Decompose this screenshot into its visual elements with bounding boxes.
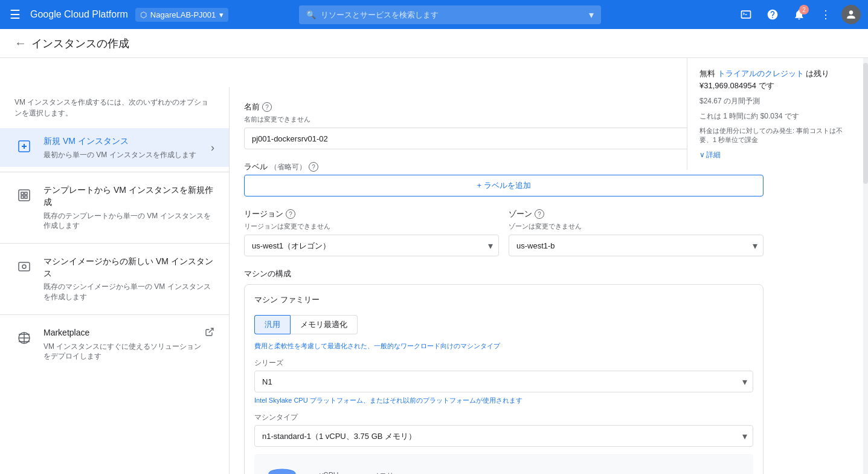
machine-type-select[interactable]: n1-standard-1（1 vCPU、3.75 GB メモリ） [254,425,753,447]
terminal-button[interactable] [735,4,757,25]
form-section: 名前 ? 名前は変更できません ラベル （省略可） ? + ラベルを追加 [244,102,764,474]
cost-hourly: これは 1 時間に約 $0.034 です [699,111,856,122]
memory-label: メモリ [367,471,398,475]
machine-family-description: 費用と柔軟性を考慮して最適化された、一般的なワークロード向けのマシンタイプ [254,342,753,351]
cost-free-trial-prefix: 無料 [699,69,715,78]
zone-select-wrapper: us-west1-b ▾ [509,235,764,256]
machine-type-label: マシンタイプ [254,412,753,423]
svg-point-9 [269,469,295,474]
search-dropdown-icon: ▾ [589,9,594,21]
region-help-icon[interactable]: ? [286,209,295,219]
page-title: インスタンスの作成 [31,36,129,51]
new-vm-icon [14,137,34,156]
sidebar-item-marketplace-content: Marketplace VM インスタンスにすぐに使えるソリューションをデプロイ… [43,327,205,362]
project-chevron-icon: ▾ [219,10,223,19]
cost-monthly: $24.67 の月間予測 [699,96,856,106]
machine-config-label: マシンの構成 [244,268,764,279]
zone-help-icon[interactable]: ? [535,209,544,219]
zone-select[interactable]: us-west1-b [509,235,764,256]
project-selector[interactable]: ⬡ NagareLAB-PJ001 ▾ [135,8,228,22]
template-vm-icon [14,186,34,205]
sidebar: VM インスタンスを作成するには、次のいずれかのオプションを選択します。 新規 … [0,87,230,474]
sidebar-item-new-vm-desc: 最初から単一の VM インスタンスを作成します [43,150,211,160]
region-select-wrapper: us-west1（オレゴン） ▾ [244,235,499,256]
name-input[interactable] [244,128,764,149]
breadcrumb: ← インスタンスの作成 [0,29,868,58]
sidebar-item-content: 新規 VM インスタンス 最初から単一の VM インスタンスを作成します [43,135,211,160]
sidebar-item-marketplace-title: Marketplace [43,327,205,339]
svg-rect-5 [25,196,27,198]
sidebar-item-template-vm[interactable]: テンプレートから VM インスタンスを新規作成 既存のテンプレートから単一の V… [0,177,229,238]
label-label: ラベル （省略可） ? [244,161,764,172]
add-label-button[interactable]: + ラベルを追加 [244,175,764,196]
sidebar-description: VM インスタンスを作成するには、次のいずれかのオプションを選択します。 [0,97,229,128]
machine-config-body: 汎用 メモリ最適化 費用と柔軟性を考慮して最適化された、一般的なワークロード向け… [245,315,763,474]
tab-general[interactable]: 汎用 [254,315,290,334]
zone-label: ゾーン ? [509,209,764,219]
series-select-wrapper: N1 ▾ [254,371,753,392]
cost-detail-link[interactable]: ∨ 詳細 [699,150,856,160]
sidebar-item-template-title: テンプレートから VM インスタンスを新規作成 [43,184,214,208]
name-help-icon[interactable]: ? [262,102,272,112]
sidebar-item-image-title: マシンイメージからの新しい VM インスタンス [43,256,214,279]
label-optional: （省略可） [270,162,306,172]
cost-panel: 無料 トライアルのクレジット は残り ¥31,969.084954 です $24… [687,58,868,170]
name-sublabel: 名前は変更できません [244,115,764,124]
project-icon: ⬡ [140,10,147,19]
top-navigation: ☰ Google Cloud Platform ⬡ NagareLAB-PJ00… [0,0,868,29]
sidebar-item-image-vm[interactable]: マシンイメージからの新しい VM インスタンス 既存のマシンイメージから単一の … [0,248,229,310]
label-help-icon[interactable]: ? [309,162,318,172]
search-bar[interactable]: 🔍 ▾ [299,5,601,24]
external-link-icon [205,327,214,339]
project-name: NagareLAB-PJ001 [150,10,216,19]
region-sublabel: リージョンは変更できません [244,222,499,231]
zone-sublabel: ゾーンは変更できません [509,222,764,231]
svg-rect-1 [19,190,30,201]
machine-family-label: マシン ファミリー [245,285,763,315]
marketplace-icon [14,328,34,348]
vcpu-memory-display: vCPU 1 メモリ 3.75 GB [254,454,753,474]
notification-badge: 2 [799,5,809,15]
avatar[interactable] [841,5,861,24]
sidebar-item-marketplace[interactable]: Marketplace VM インスタンスにすぐに使えるソリューションをデプロイ… [0,320,229,369]
search-icon: 🔍 [306,10,316,19]
cost-detail-label: 詳細 [706,150,721,160]
sidebar-item-new-vm[interactable]: 新規 VM インスタンス 最初から単一の VM インスタンスを作成します › [0,128,229,167]
region-select[interactable]: us-west1（オレゴン） [244,235,499,256]
vcpu-label: vCPU [320,471,338,475]
cost-free-trial: 無料 トライアルのクレジット は残り ¥31,969.084954 です [699,68,856,91]
tab-memory[interactable]: メモリ最適化 [290,315,358,334]
notifications-button[interactable]: 2 [788,4,810,25]
series-description: Intel Skylake CPU プラットフォーム、またはそれ以前のプラットフ… [254,396,753,405]
series-select[interactable]: N1 [254,371,753,392]
vcpu-metric: vCPU 1 [320,471,338,475]
sidebar-divider-1 [0,172,229,172]
sidebar-item-chevron-icon: › [211,141,214,154]
hamburger-menu[interactable]: ☰ [7,5,23,24]
sidebar-divider-2 [0,243,229,244]
sidebar-divider-3 [0,314,229,315]
back-button[interactable]: ← [14,36,27,50]
brand-name: Google Cloud Platform [30,9,128,20]
nav-icons: 2 ⋮ [735,4,861,25]
region-zone-row: リージョン ? リージョンは変更できません us-west1（オレゴン） ▾ ゾ… [244,209,764,268]
sidebar-item-marketplace-desc: VM インスタンスにすぐに使えるソリューションをデプロイします [43,342,205,362]
cost-free-trial-middle: トライアルのクレジット [718,69,804,78]
svg-rect-3 [25,192,27,195]
help-button[interactable] [762,4,783,25]
sidebar-item-image-content: マシンイメージからの新しい VM インスタンス 既存のマシンイメージから単一の … [43,256,214,302]
sidebar-item-template-desc: 既存のテンプレートから単一の VM インスタンスを作成します [43,211,214,232]
machine-type-select-wrapper: n1-standard-1（1 vCPU、3.75 GB メモリ） ▾ [254,425,753,447]
scrollbar-track [863,58,868,474]
sidebar-item-template-content: テンプレートから VM インスタンスを新規作成 既存のテンプレートから単一の V… [43,184,214,231]
label-field-group: ラベル （省略可） ? + ラベルを追加 [244,161,764,196]
name-label: 名前 ? [244,102,764,112]
series-label: シリーズ [254,358,753,368]
more-options-button[interactable]: ⋮ [815,4,837,25]
scrollbar-thumb[interactable] [863,63,868,184]
search-input[interactable] [321,10,584,19]
region-field-group: リージョン ? リージョンは変更できません us-west1（オレゴン） ▾ [244,209,499,256]
sidebar-item-new-vm-title: 新規 VM インスタンス [43,135,211,148]
memory-metric: メモリ 3.75 GB [367,471,398,475]
sidebar-item-image-desc: 既存のマシンイメージから単一の VM インスタンスを作成します [43,282,214,302]
